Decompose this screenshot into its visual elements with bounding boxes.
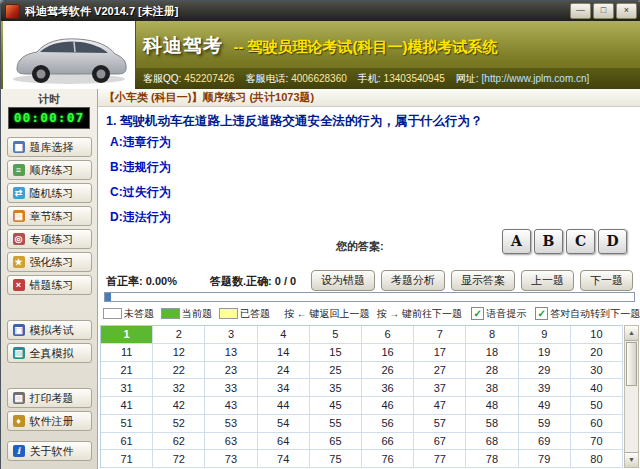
grid-cell[interactable]: 38 [466, 379, 518, 397]
grid-cell[interactable]: 53 [205, 415, 257, 433]
grid-cell[interactable]: 23 [205, 362, 257, 380]
grid-cell[interactable]: 30 [571, 362, 623, 380]
grid-cell[interactable]: 43 [205, 397, 257, 415]
grid-cell[interactable]: 69 [519, 433, 571, 451]
scroll-up-icon[interactable]: ▲ [625, 326, 638, 341]
site-link[interactable]: [http://www.jplm.com.cn] [482, 73, 590, 84]
grid-cell[interactable]: 14 [258, 344, 310, 362]
grid-cell[interactable]: 59 [519, 415, 571, 433]
grid-cell[interactable]: 50 [571, 397, 623, 415]
grid-cell[interactable]: 49 [519, 397, 571, 415]
answer-a-button[interactable]: A [502, 229, 531, 254]
minimize-button[interactable]: — [570, 3, 591, 19]
scroll-thumb[interactable] [626, 342, 637, 386]
grid-cell[interactable]: 41 [101, 397, 153, 415]
grid-cell[interactable]: 33 [205, 379, 257, 397]
grid-cell[interactable]: 42 [153, 397, 205, 415]
grid-cell[interactable]: 58 [466, 415, 518, 433]
grid-cell[interactable]: 65 [310, 433, 362, 451]
grid-cell[interactable]: 60 [571, 415, 623, 433]
grid-cell[interactable]: 15 [310, 344, 362, 362]
grid-cell[interactable]: 62 [153, 433, 205, 451]
sidebar-item-wrong-questions[interactable]: × 错题练习 [7, 275, 92, 295]
grid-cell[interactable]: 46 [362, 397, 414, 415]
grid-cell[interactable]: 80 [571, 450, 623, 468]
grid-cell[interactable]: 19 [519, 344, 571, 362]
scroll-down-icon[interactable]: ▼ [625, 452, 638, 467]
grid-cell[interactable]: 20 [571, 344, 623, 362]
grid-cell[interactable]: 40 [571, 379, 623, 397]
grid-cell[interactable]: 3 [205, 326, 257, 344]
grid-cell[interactable]: 32 [153, 379, 205, 397]
grid-cell[interactable]: 16 [362, 344, 414, 362]
grid-cell[interactable]: 25 [310, 362, 362, 380]
grid-cell[interactable]: 79 [519, 450, 571, 468]
sidebar-item-chapter-practice[interactable]: ▤ 章节练习 [7, 206, 92, 226]
grid-cell[interactable]: 57 [414, 415, 466, 433]
grid-cell[interactable]: 68 [466, 433, 518, 451]
grid-cell[interactable]: 73 [205, 450, 257, 468]
sidebar-item-software-register[interactable]: ♦ 软件注册 [7, 411, 92, 431]
grid-cell[interactable]: 28 [466, 362, 518, 380]
grid-cell[interactable]: 12 [153, 344, 205, 362]
auto-next-checkbox[interactable]: ✓ [535, 307, 548, 320]
sidebar-item-about[interactable]: i 关于软件 [7, 441, 92, 461]
grid-cell[interactable]: 66 [362, 433, 414, 451]
grid-cell[interactable]: 35 [310, 379, 362, 397]
grid-cell[interactable]: 56 [362, 415, 414, 433]
grid-cell[interactable]: 71 [101, 450, 153, 468]
grid-cell[interactable]: 18 [466, 344, 518, 362]
close-button[interactable]: × [616, 3, 637, 19]
prev-question-button[interactable]: 上一题 [521, 270, 574, 291]
grid-cell[interactable]: 78 [466, 450, 518, 468]
grid-cell[interactable]: 70 [571, 433, 623, 451]
answer-c-button[interactable]: C [566, 229, 595, 254]
analysis-button[interactable]: 考题分析 [381, 270, 445, 291]
grid-cell[interactable]: 8 [466, 326, 518, 344]
grid-cell[interactable]: 52 [153, 415, 205, 433]
sidebar-item-sequential-practice[interactable]: ≡ 顺序练习 [7, 160, 92, 180]
sidebar-item-mock-exam[interactable]: ▣ 模拟考试 [7, 320, 92, 340]
grid-cell[interactable]: 17 [414, 344, 466, 362]
grid-cell[interactable]: 55 [310, 415, 362, 433]
grid-cell[interactable]: 54 [258, 415, 310, 433]
sidebar-item-question-bank[interactable]: ▦ 题库选择 [7, 137, 92, 157]
grid-cell[interactable]: 63 [205, 433, 257, 451]
maximize-button[interactable]: □ [593, 3, 614, 19]
grid-cell[interactable]: 21 [101, 362, 153, 380]
grid-cell[interactable]: 5 [310, 326, 362, 344]
grid-cell[interactable]: 29 [519, 362, 571, 380]
grid-cell[interactable]: 31 [101, 379, 153, 397]
grid-cell[interactable]: 2 [153, 326, 205, 344]
grid-cell[interactable]: 45 [310, 397, 362, 415]
mark-wrong-button[interactable]: 设为错题 [311, 270, 375, 291]
show-answer-button[interactable]: 显示答案 [451, 270, 515, 291]
grid-cell[interactable]: 61 [101, 433, 153, 451]
grid-cell[interactable]: 13 [205, 344, 257, 362]
grid-cell[interactable]: 11 [101, 344, 153, 362]
grid-cell[interactable]: 72 [153, 450, 205, 468]
grid-cell[interactable]: 47 [414, 397, 466, 415]
grid-cell[interactable]: 51 [101, 415, 153, 433]
grid-cell[interactable]: 1 [101, 326, 153, 344]
grid-cell[interactable]: 74 [258, 450, 310, 468]
sidebar-item-print-questions[interactable]: ▤ 打印考题 [7, 388, 92, 408]
sidebar-item-full-simulation[interactable]: ▥ 全真模拟 [7, 343, 92, 363]
grid-cell[interactable]: 7 [414, 326, 466, 344]
grid-cell[interactable]: 77 [414, 450, 466, 468]
grid-cell[interactable]: 10 [571, 326, 623, 344]
grid-cell[interactable]: 36 [362, 379, 414, 397]
next-question-button[interactable]: 下一题 [580, 270, 633, 291]
grid-cell[interactable]: 48 [466, 397, 518, 415]
grid-cell[interactable]: 4 [258, 326, 310, 344]
grid-cell[interactable]: 75 [310, 450, 362, 468]
grid-scrollbar[interactable]: ▲ ▼ [624, 325, 639, 468]
grid-cell[interactable]: 34 [258, 379, 310, 397]
grid-cell[interactable]: 27 [414, 362, 466, 380]
sidebar-item-special-practice[interactable]: ◎ 专项练习 [7, 229, 92, 249]
grid-cell[interactable]: 39 [519, 379, 571, 397]
answer-b-button[interactable]: B [534, 229, 563, 254]
grid-cell[interactable]: 37 [414, 379, 466, 397]
grid-cell[interactable]: 26 [362, 362, 414, 380]
grid-cell[interactable]: 24 [258, 362, 310, 380]
